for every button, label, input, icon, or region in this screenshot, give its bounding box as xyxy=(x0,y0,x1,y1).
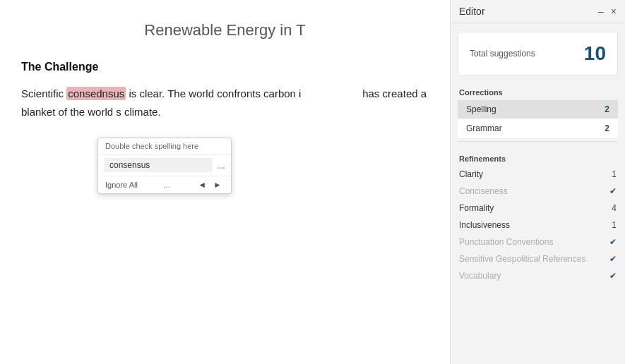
correction-count: 2 xyxy=(605,123,609,133)
refinement-check-icon: ✔ xyxy=(609,254,617,264)
refinement-count: 1 xyxy=(612,220,617,230)
spell-nav: ◄ ► xyxy=(196,180,224,190)
refinements-label: Refinements xyxy=(451,150,625,166)
editor-sidebar: Editor – × Total suggestions 10 Correcti… xyxy=(450,0,625,364)
divider-1 xyxy=(458,141,618,142)
refinement-item[interactable]: Inclusiveness 1 xyxy=(451,217,625,233)
refinement-item[interactable]: Formality 4 xyxy=(451,200,625,217)
spell-popup-hint: Double check spelling here xyxy=(98,138,231,154)
corrections-label: Corrections xyxy=(451,84,625,99)
refinement-name: Formality xyxy=(459,203,494,213)
spell-suggestion-dots[interactable]: ... xyxy=(217,159,225,171)
editor-header-icons: – × xyxy=(598,6,617,17)
refinement-item[interactable]: Vocabulary ✔ xyxy=(451,267,625,284)
correction-name: Spelling xyxy=(466,104,496,114)
document-text: Scientific consednsus is clear. The worl… xyxy=(21,85,429,121)
minimize-icon[interactable]: – xyxy=(598,6,604,17)
total-suggestions-label: Total suggestions xyxy=(470,49,535,59)
editor-title: Editor xyxy=(459,6,485,17)
total-suggestions-box: Total suggestions 10 xyxy=(458,32,618,75)
refinements-section: Refinements Clarity 1 Conciseness ✔ Form… xyxy=(451,150,625,284)
correction-name: Grammar xyxy=(466,123,502,133)
spell-nav-next[interactable]: ► xyxy=(211,180,224,190)
refinement-check-icon: ✔ xyxy=(609,237,617,247)
editor-header: Editor – × xyxy=(451,0,625,23)
correction-item[interactable]: Grammar 2 xyxy=(458,119,618,138)
spell-check-popup: Double check spelling here consensus ...… xyxy=(97,138,232,194)
refinement-item[interactable]: Punctuation Conventions ✔ xyxy=(451,233,625,250)
refinement-item[interactable]: Sensitive Geopolitical References ✔ xyxy=(451,250,625,267)
refinements-list: Clarity 1 Conciseness ✔ Formality 4 Incl… xyxy=(451,166,625,284)
spell-ignore-dots[interactable]: ... xyxy=(163,180,170,190)
section-heading: The Challenge xyxy=(21,61,429,73)
refinement-name: Vocabulary xyxy=(459,271,501,281)
document-title: Renewable Energy in T xyxy=(21,14,429,40)
corrections-list: Spelling 2 Grammar 2 xyxy=(451,99,625,138)
correction-item[interactable]: Spelling 2 xyxy=(458,100,618,119)
spell-ignore-label[interactable]: Ignore All xyxy=(105,181,138,189)
spell-suggestion-text[interactable]: consensus xyxy=(104,158,213,172)
refinement-name: Inclusiveness xyxy=(459,220,510,230)
correction-count: 2 xyxy=(605,104,609,114)
refinement-check-icon: ✔ xyxy=(609,271,617,281)
total-suggestions-value: 10 xyxy=(584,42,606,65)
misspelled-word[interactable]: consednsus xyxy=(66,87,126,100)
refinement-name: Conciseness xyxy=(459,186,508,196)
document-area: Renewable Energy in T The Challenge Scie… xyxy=(0,0,450,364)
refinement-item[interactable]: Conciseness ✔ xyxy=(451,183,625,200)
refinement-count: 4 xyxy=(612,203,617,213)
spell-nav-prev[interactable]: ◄ xyxy=(196,180,208,190)
refinement-count: 1 xyxy=(612,169,617,179)
refinement-name: Sensitive Geopolitical References xyxy=(459,254,585,264)
refinement-check-icon: ✔ xyxy=(609,186,617,196)
refinement-name: Punctuation Conventions xyxy=(459,237,553,247)
spell-suggestion-row: consensus ... xyxy=(98,154,231,176)
refinement-item[interactable]: Clarity 1 xyxy=(451,166,625,183)
close-icon[interactable]: × xyxy=(611,6,617,17)
refinement-name: Clarity xyxy=(459,169,483,179)
spell-ignore-row: Ignore All ... ◄ ► xyxy=(98,176,231,193)
